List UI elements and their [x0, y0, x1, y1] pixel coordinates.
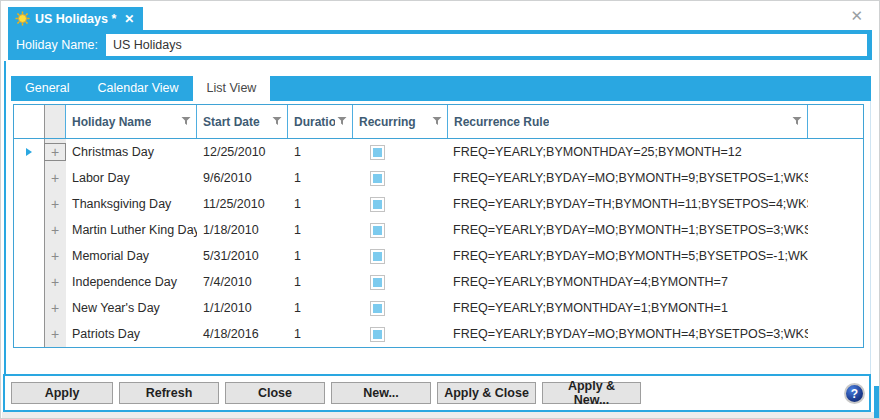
action-button-panel: Apply Refresh Close New... Apply & Close…	[3, 374, 871, 412]
holiday-name-cell[interactable]: Independence Day	[66, 275, 197, 289]
table-row[interactable]: + Martin Luther King Day 1/18/2010 1 FRE…	[14, 217, 863, 243]
recurrence-rule-cell[interactable]: FREQ=YEARLY;BYDAY=MO;BYMONTH=4;BYSETPOS=…	[448, 327, 808, 341]
table-row[interactable]: + Patriots Day 4/18/2016 1 FREQ=YEARLY;B…	[14, 321, 863, 347]
recurring-cell	[353, 301, 448, 316]
row-indicator-cell	[14, 148, 44, 156]
duration-cell[interactable]: 1	[288, 327, 353, 341]
recurring-cell	[353, 249, 448, 264]
help-icon[interactable]: ?	[844, 383, 865, 404]
expand-row-button[interactable]: +	[44, 170, 66, 186]
tab-close-icon[interactable]: ✕	[124, 12, 134, 26]
duration-cell[interactable]: 1	[288, 301, 353, 315]
start-date-cell[interactable]: 12/25/2010	[197, 145, 288, 159]
grid-header-row: Holiday Name Start Date Duration Recurri…	[14, 105, 863, 139]
apply-and-close-button[interactable]: Apply & Close	[437, 382, 536, 404]
column-header-recurrence-rule[interactable]: Recurrence Rule	[448, 105, 808, 138]
table-row[interactable]: + Christmas Day 12/25/2010 1 FREQ=YEARLY…	[14, 139, 863, 165]
checkbox-checked-mark	[373, 148, 382, 157]
tab-general[interactable]: General	[11, 76, 83, 101]
recurring-cell	[353, 197, 448, 212]
sun-icon	[15, 11, 30, 26]
expand-row-button[interactable]: +	[44, 326, 66, 342]
recurrence-rule-cell[interactable]: FREQ=YEARLY;BYDAY=MO;BYMONTH=5;BYSETPOS=…	[448, 249, 808, 263]
column-header-recurring[interactable]: Recurring	[353, 105, 448, 138]
holiday-name-input[interactable]	[106, 34, 867, 56]
table-row[interactable]: + Thanksgiving Day 11/25/2010 1 FREQ=YEA…	[14, 191, 863, 217]
start-date-cell[interactable]: 9/6/2010	[197, 171, 288, 185]
filter-funnel-icon[interactable]	[432, 115, 442, 129]
header-indicator-column	[14, 105, 44, 138]
expand-row-button[interactable]: +	[44, 300, 66, 316]
filter-funnel-icon[interactable]	[792, 115, 802, 129]
apply-button[interactable]: Apply	[11, 382, 113, 404]
recurring-cell	[353, 171, 448, 186]
duration-cell[interactable]: 1	[288, 197, 353, 211]
recurrence-rule-cell[interactable]: FREQ=YEARLY;BYDAY=MO;BYMONTH=1;BYSETPOS=…	[448, 223, 808, 237]
apply-and-new-button[interactable]: Apply & New...	[542, 382, 641, 404]
window-corner-accent	[874, 386, 880, 419]
start-date-cell[interactable]: 1/18/2010	[197, 223, 288, 237]
row-indicator-cell	[14, 226, 44, 234]
window-close-icon[interactable]: ✕	[850, 8, 863, 23]
row-indicator-cell	[14, 278, 44, 286]
tab-list-view[interactable]: List View	[193, 76, 271, 101]
table-row[interactable]: + New Year's Day 1/1/2010 1 FREQ=YEARLY;…	[14, 295, 863, 321]
recurring-cell	[353, 275, 448, 290]
expand-row-button[interactable]: +	[44, 248, 66, 264]
recurring-checkbox[interactable]	[370, 327, 385, 342]
close-button[interactable]: Close	[225, 382, 325, 404]
duration-cell[interactable]: 1	[288, 171, 353, 185]
filter-funnel-icon[interactable]	[272, 115, 282, 129]
checkbox-checked-mark	[373, 200, 382, 209]
duration-cell[interactable]: 1	[288, 275, 353, 289]
recurring-checkbox[interactable]	[370, 249, 385, 264]
tab-calendar-view[interactable]: Calendar View	[83, 76, 192, 101]
recurring-cell	[353, 145, 448, 160]
filter-funnel-icon[interactable]	[181, 115, 191, 129]
expand-row-button[interactable]: +	[44, 274, 66, 290]
expand-row-button[interactable]: +	[44, 222, 66, 238]
expand-row-button[interactable]: +	[44, 143, 66, 161]
holiday-name-cell[interactable]: Martin Luther King Day	[66, 223, 197, 237]
recurring-checkbox[interactable]	[370, 197, 385, 212]
recurring-checkbox[interactable]	[370, 301, 385, 316]
recurrence-rule-cell[interactable]: FREQ=YEARLY;BYMONTHDAY=4;BYMONTH=7	[448, 275, 808, 289]
duration-cell[interactable]: 1	[288, 249, 353, 263]
checkbox-checked-mark	[373, 174, 382, 183]
recurring-checkbox[interactable]	[370, 275, 385, 290]
holiday-name-cell[interactable]: New Year's Day	[66, 301, 197, 315]
document-tab-us-holidays[interactable]: US Holidays * ✕	[8, 7, 143, 30]
new-button[interactable]: New...	[331, 382, 431, 404]
column-header-holiday-name[interactable]: Holiday Name	[66, 105, 197, 138]
refresh-button[interactable]: Refresh	[119, 382, 219, 404]
recurrence-rule-cell[interactable]: FREQ=YEARLY;BYMONTHDAY=25;BYMONTH=12	[448, 145, 808, 159]
left-accent-border	[4, 61, 6, 374]
column-header-start-date[interactable]: Start Date	[197, 105, 288, 138]
column-header-duration[interactable]: Duration	[288, 105, 353, 138]
table-row[interactable]: + Memorial Day 5/31/2010 1 FREQ=YEARLY;B…	[14, 243, 863, 269]
holiday-name-cell[interactable]: Labor Day	[66, 171, 197, 185]
holiday-name-cell[interactable]: Patriots Day	[66, 327, 197, 341]
expand-row-button[interactable]: +	[44, 196, 66, 212]
table-row[interactable]: + Independence Day 7/4/2010 1 FREQ=YEARL…	[14, 269, 863, 295]
table-row[interactable]: + Labor Day 9/6/2010 1 FREQ=YEARLY;BYDAY…	[14, 165, 863, 191]
start-date-cell[interactable]: 1/1/2010	[197, 301, 288, 315]
filter-funnel-icon[interactable]	[337, 115, 347, 129]
start-date-cell[interactable]: 7/4/2010	[197, 275, 288, 289]
duration-cell[interactable]: 1	[288, 223, 353, 237]
recurrence-rule-cell[interactable]: FREQ=YEARLY;BYDAY=TH;BYMONTH=11;BYSETPOS…	[448, 197, 808, 211]
recurring-checkbox[interactable]	[370, 171, 385, 186]
recurrence-rule-cell[interactable]: FREQ=YEARLY;BYDAY=MO;BYMONTH=9;BYSETPOS=…	[448, 171, 808, 185]
recurrence-rule-cell[interactable]: FREQ=YEARLY;BYMONTHDAY=1;BYMONTH=1	[448, 301, 808, 315]
start-date-cell[interactable]: 5/31/2010	[197, 249, 288, 263]
start-date-cell[interactable]: 4/18/2016	[197, 327, 288, 341]
duration-cell[interactable]: 1	[288, 145, 353, 159]
holiday-editor-window: US Holidays * ✕ ✕ Holiday Name: General …	[0, 0, 880, 419]
start-date-cell[interactable]: 11/25/2010	[197, 197, 288, 211]
holiday-name-cell[interactable]: Thanksgiving Day	[66, 197, 197, 211]
holiday-name-cell[interactable]: Christmas Day	[66, 145, 197, 159]
selected-row-arrow-icon	[26, 148, 32, 156]
recurring-checkbox[interactable]	[370, 223, 385, 238]
holiday-name-cell[interactable]: Memorial Day	[66, 249, 197, 263]
recurring-checkbox[interactable]	[370, 145, 385, 160]
